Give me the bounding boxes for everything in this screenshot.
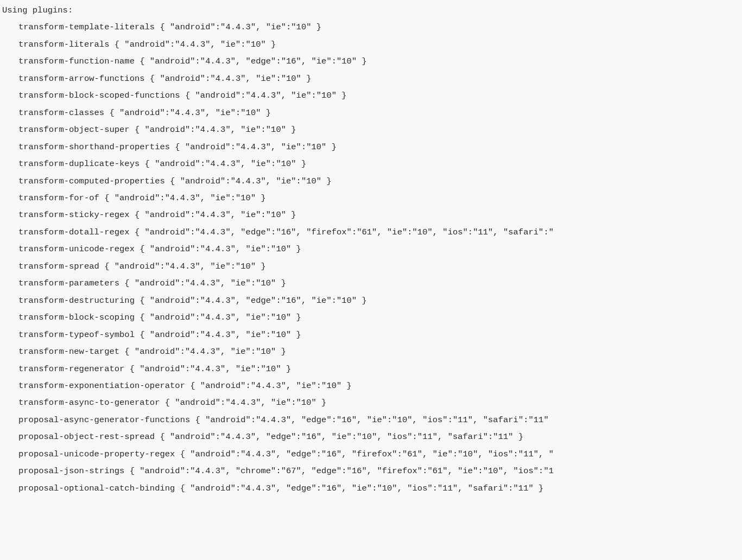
plugin-line: transform-exponentiation-operator { "and… (0, 378, 742, 394)
plugin-name: transform-object-super (18, 125, 130, 135)
plugin-targets: { "android":"4.4.3", "ie":"10" } (145, 159, 307, 169)
plugin-name: transform-arrow-functions (18, 74, 145, 84)
plugin-name: transform-typeof-symbol (18, 330, 135, 340)
plugin-line: transform-typeof-symbol { "android":"4.4… (0, 327, 742, 343)
plugin-name: transform-duplicate-keys (18, 159, 139, 169)
plugin-line: transform-template-literals { "android":… (0, 19, 742, 36)
plugin-targets: { "android":"4.4.3", "ie":"10" } (160, 22, 321, 32)
plugin-name: transform-unicode-regex (18, 244, 135, 254)
plugin-name: transform-destructuring (18, 296, 135, 306)
plugin-targets: { "android":"4.4.3", "ie":"10" } (104, 193, 266, 203)
plugin-line: transform-parameters { "android":"4.4.3"… (0, 275, 742, 292)
plugin-name: transform-parameters (18, 278, 119, 288)
header-line: Using plugins: (0, 2, 742, 19)
plugin-targets: { "android":"4.4.3", "ie":"10" } (104, 262, 266, 271)
plugin-line: transform-object-super { "android":"4.4.… (0, 122, 742, 138)
plugin-name: transform-new-target (18, 347, 119, 357)
plugin-targets: { "android":"4.4.3", "ie":"10" } (150, 74, 312, 84)
plugin-targets: { "android":"4.4.3", "ie":"10" } (185, 91, 347, 100)
plugin-name: transform-block-scoped-functions (18, 91, 180, 100)
plugin-name: transform-exponentiation-operator (18, 381, 185, 391)
plugin-line: transform-regenerator { "android":"4.4.3… (0, 361, 742, 378)
plugin-targets: { "android":"4.4.3", "ie":"10" } (109, 108, 271, 118)
plugin-name: transform-block-scoping (18, 313, 135, 322)
plugin-line: transform-classes { "android":"4.4.3", "… (0, 105, 742, 122)
plugin-targets: { "android":"4.4.3", "edge":"16", "firef… (180, 449, 554, 459)
plugin-name: transform-regenerator (18, 364, 124, 374)
plugin-line: transform-async-to-generator { "android"… (0, 394, 742, 411)
plugin-targets: { "android":"4.4.3", "edge":"16", "ie":"… (180, 483, 544, 493)
plugin-targets: { "android":"4.4.3", "edge":"16", "ie":"… (139, 56, 367, 66)
plugin-line: transform-block-scoped-functions { "andr… (0, 87, 742, 104)
plugin-line: proposal-optional-catch-binding { "andro… (0, 480, 742, 497)
plugin-line: transform-dotall-regex { "android":"4.4.… (0, 224, 742, 241)
plugin-name: transform-classes (18, 108, 104, 118)
plugin-targets: { "android":"4.4.3", "edge":"16", "ie":"… (139, 296, 367, 306)
plugin-targets: { "android":"4.4.3", "ie":"10" } (139, 244, 301, 254)
plugin-name: transform-for-of (18, 193, 99, 203)
plugin-line: transform-new-target { "android":"4.4.3"… (0, 343, 742, 360)
plugin-line: transform-shorthand-properties { "androi… (0, 139, 742, 156)
plugin-targets: { "android":"4.4.3", "edge":"16", "ie":"… (160, 432, 523, 442)
plugin-name: transform-template-literals (18, 22, 155, 32)
plugin-name: transform-computed-properties (18, 176, 165, 186)
plugin-targets: { "android":"4.4.3", "ie":"10" } (139, 330, 301, 340)
plugin-name: transform-dotall-regex (18, 227, 130, 237)
plugin-line: proposal-async-generator-functions { "an… (0, 412, 742, 429)
plugin-name: proposal-unicode-property-regex (18, 449, 175, 459)
plugin-targets: { "android":"4.4.3", "chrome":"67", "edg… (130, 466, 554, 476)
plugin-targets: { "android":"4.4.3", "ie":"10" } (135, 125, 296, 135)
plugins-list: transform-template-literals { "android":… (0, 19, 742, 497)
plugin-name: transform-spread (18, 262, 99, 271)
plugin-name: proposal-async-generator-functions (18, 415, 190, 425)
plugin-line: transform-for-of { "android":"4.4.3", "i… (0, 190, 742, 207)
plugin-targets: { "android":"4.4.3", "ie":"10" } (124, 347, 286, 357)
plugin-targets: { "android":"4.4.3", "ie":"10" } (124, 278, 286, 288)
plugin-line: proposal-json-strings { "android":"4.4.3… (0, 463, 742, 480)
plugin-line: transform-block-scoping { "android":"4.4… (0, 309, 742, 326)
plugin-name: proposal-json-strings (18, 466, 124, 476)
plugin-targets: { "android":"4.4.3", "ie":"10" } (130, 364, 291, 374)
plugin-targets: { "android":"4.4.3", "ie":"10" } (139, 313, 301, 322)
plugin-line: transform-duplicate-keys { "android":"4.… (0, 156, 742, 173)
plugin-name: transform-async-to-generator (18, 398, 160, 408)
plugin-line: proposal-object-rest-spread { "android":… (0, 429, 742, 446)
plugin-targets: { "android":"4.4.3", "ie":"10" } (190, 381, 352, 391)
plugin-line: transform-arrow-functions { "android":"4… (0, 71, 742, 87)
plugin-name: transform-sticky-regex (18, 210, 130, 220)
plugin-line: transform-sticky-regex { "android":"4.4.… (0, 207, 742, 224)
plugin-name: proposal-object-rest-spread (18, 432, 155, 442)
plugin-targets: { "android":"4.4.3", "ie":"10" } (175, 142, 337, 152)
plugin-line: proposal-unicode-property-regex { "andro… (0, 446, 742, 463)
plugin-name: transform-literals (18, 40, 109, 49)
plugin-line: transform-function-name { "android":"4.4… (0, 53, 742, 70)
plugin-line: transform-destructuring { "android":"4.4… (0, 292, 742, 309)
plugin-targets: { "android":"4.4.3", "ie":"10" } (165, 398, 327, 408)
plugin-targets: { "android":"4.4.3", "ie":"10" } (170, 176, 332, 186)
plugin-targets: { "android":"4.4.3", "ie":"10" } (135, 210, 296, 220)
plugin-targets: { "android":"4.4.3", "edge":"16", "ie":"… (195, 415, 549, 425)
plugin-name: proposal-optional-catch-binding (18, 483, 175, 493)
plugin-targets: { "android":"4.4.3", "ie":"10" } (115, 40, 276, 49)
plugin-line: transform-spread { "android":"4.4.3", "i… (0, 258, 742, 275)
plugin-name: transform-shorthand-properties (18, 142, 170, 152)
plugin-line: transform-computed-properties { "android… (0, 173, 742, 190)
plugin-targets: { "android":"4.4.3", "edge":"16", "firef… (135, 227, 554, 237)
plugin-line: transform-literals { "android":"4.4.3", … (0, 36, 742, 53)
plugin-name: transform-function-name (18, 56, 135, 66)
plugin-line: transform-unicode-regex { "android":"4.4… (0, 241, 742, 258)
